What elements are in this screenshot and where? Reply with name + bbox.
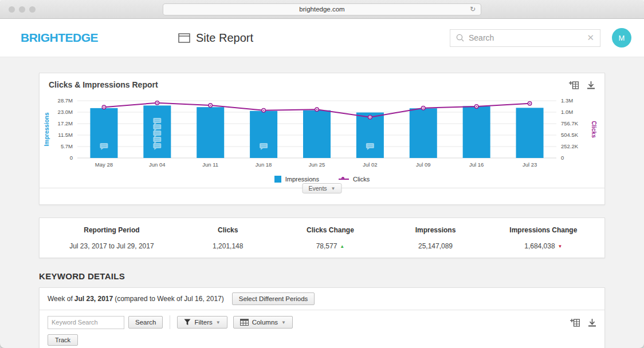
- left-axis-tick: 5.7M: [61, 143, 73, 149]
- x-axis-label: Jul 09: [416, 161, 430, 168]
- clicks-point-center: [423, 108, 424, 109]
- add-to-dashboard-button[interactable]: [569, 81, 579, 89]
- browser-window: brightedge.com ↻ BRIGHTEDGE Site Report …: [0, 0, 644, 348]
- clicks-point-center: [370, 117, 371, 118]
- right-axis-tick: 504.5K: [561, 132, 579, 138]
- clicks-point-center: [476, 106, 477, 107]
- clicks-point-center: [529, 103, 530, 104]
- download-button[interactable]: [588, 318, 596, 327]
- summary-header-row: Reporting PeriodClicksClicks ChangeImpre…: [45, 224, 599, 242]
- keyword-details-heading: KEYWORD DETAILS: [39, 271, 605, 281]
- reload-icon[interactable]: ↻: [470, 5, 476, 13]
- legend-label: Impressions: [285, 176, 319, 183]
- period-row: Week of Jul 23, 2017 (compared to Week o…: [40, 288, 604, 310]
- keyword-search-input[interactable]: [48, 316, 124, 329]
- x-axis-label: May 28: [95, 161, 113, 168]
- left-axis-tick: 11.5M: [58, 132, 73, 138]
- right-axis-tick: 756.7K: [561, 120, 579, 126]
- app-header: BRIGHTEDGE Site Report ✕ M: [0, 19, 644, 57]
- keyword-details-card: Week of Jul 23, 2017 (compared to Week o…: [39, 287, 605, 348]
- event-annotation-icon[interactable]: [100, 143, 108, 148]
- events-button[interactable]: Events▼: [302, 183, 341, 193]
- funnel-icon: [184, 319, 191, 326]
- legend-item-clicks[interactable]: Clicks: [339, 176, 370, 183]
- window-controls[interactable]: [9, 6, 36, 13]
- event-annotation-icon[interactable]: [260, 143, 268, 148]
- search-icon: [456, 34, 464, 42]
- left-axis-tick: 23.0M: [58, 109, 73, 115]
- left-axis-tick: 17.2M: [58, 120, 73, 126]
- impressions-bar[interactable]: [303, 110, 331, 158]
- summary-value: 25,147,089: [383, 242, 488, 250]
- url-bar[interactable]: brightedge.com ↻: [163, 3, 481, 15]
- columns-button[interactable]: Columns ▼: [233, 316, 293, 329]
- event-annotation-icon[interactable]: [153, 137, 161, 142]
- right-axis-tick: 0: [561, 155, 564, 161]
- clicks-line-icon: [339, 177, 349, 181]
- columns-icon: [240, 319, 249, 326]
- impressions-bar[interactable]: [197, 107, 224, 158]
- impressions-bar[interactable]: [250, 111, 277, 158]
- avatar[interactable]: M: [612, 28, 631, 48]
- select-different-periods-button[interactable]: Select Different Periods: [232, 292, 315, 305]
- event-annotation-icon[interactable]: [366, 143, 374, 148]
- site-report-icon: [178, 33, 190, 43]
- track-button[interactable]: Track: [48, 334, 78, 346]
- download-button[interactable]: [587, 81, 595, 89]
- main-content: Clicks & Impressions Report: [0, 57, 644, 348]
- keyword-search-button[interactable]: Search: [128, 316, 163, 329]
- clicks-impressions-chart[interactable]: 005.7M252.2K11.5M504.5K17.2M756.7K23.0M1…: [40, 94, 604, 171]
- impressions-swatch-icon: [274, 176, 281, 183]
- event-annotation-icon[interactable]: [153, 143, 161, 148]
- keyword-toolbar: Search Filters ▼: [40, 310, 604, 334]
- impressions-bar[interactable]: [516, 108, 544, 158]
- chevron-down-icon: ▼: [216, 320, 221, 325]
- impressions-bar[interactable]: [410, 108, 437, 158]
- legend-item-impressions[interactable]: Impressions: [274, 176, 319, 183]
- clicks-point-center: [103, 106, 104, 108]
- clicks-point-center: [316, 109, 317, 110]
- left-axis-tick: 28.7M: [58, 97, 73, 104]
- close-window-icon[interactable]: [9, 6, 15, 13]
- summary-value: 1,684,038▼: [488, 242, 599, 250]
- page-title: Site Report: [196, 31, 253, 45]
- impressions-bar[interactable]: [463, 106, 490, 158]
- page-title-group: Site Report: [178, 31, 253, 45]
- right-axis-tick: 252.2K: [561, 143, 579, 149]
- left-axis-tick: 0: [70, 155, 73, 161]
- brand-logo[interactable]: BRIGHTEDGE: [21, 31, 98, 45]
- summary-column-header: Impressions Change: [488, 224, 599, 242]
- global-search[interactable]: ✕: [450, 29, 600, 47]
- search-input[interactable]: [469, 33, 582, 42]
- chart: 005.7M252.2K11.5M504.5K17.2M756.7K23.0M1…: [40, 93, 604, 171]
- summary-value: 78,577▲: [278, 242, 383, 250]
- browser-chrome: brightedge.com ↻: [0, 0, 644, 19]
- zoom-window-icon[interactable]: [29, 6, 36, 13]
- x-axis-label: Jun 18: [256, 161, 272, 168]
- summary-value: Jul 23, 2017 to Jul 29, 2017: [45, 242, 178, 250]
- event-annotation-icon[interactable]: [153, 124, 161, 129]
- decrease-arrow-icon: ▼: [558, 244, 563, 249]
- summary-column-header: Reporting Period: [45, 224, 178, 242]
- right-axis-tick: 1.0M: [561, 109, 573, 115]
- period-comparison: (compared to Week of Jul 16, 2017): [115, 295, 224, 303]
- summary-column-header: Clicks Change: [278, 224, 383, 242]
- x-axis-label: Jul 23: [523, 161, 537, 168]
- event-annotation-icon[interactable]: [153, 118, 161, 123]
- impressions-bar[interactable]: [90, 108, 117, 158]
- minimize-window-icon[interactable]: [19, 6, 25, 13]
- download-icon: [587, 81, 595, 89]
- event-annotation-icon[interactable]: [153, 130, 161, 136]
- add-to-dashboard-button[interactable]: [570, 318, 580, 327]
- x-axis-label: Jun 25: [309, 161, 325, 168]
- clicks-point-center: [156, 102, 158, 104]
- summary-value: 1,201,148: [178, 242, 278, 250]
- toolbar-divider: [170, 315, 170, 329]
- clear-search-icon[interactable]: ✕: [587, 33, 594, 43]
- filters-button[interactable]: Filters ▼: [177, 316, 227, 329]
- x-axis-label: Jul 02: [363, 161, 377, 168]
- period-prefix: Week of: [48, 295, 73, 303]
- summary-column-header: Clicks: [178, 224, 278, 242]
- x-axis-label: Jun 11: [202, 161, 218, 168]
- clicks-impressions-card: Clicks & Impressions Report: [39, 73, 605, 205]
